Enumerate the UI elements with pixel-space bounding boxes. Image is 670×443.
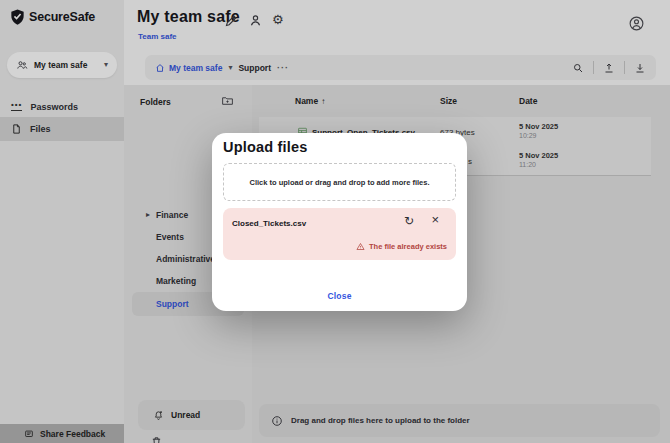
dialog-title: Upload files [223, 139, 308, 155]
upload-filename: Closed_Tickets.csv [232, 219, 306, 228]
securesafe-app: My team safe ⚙ Team safe My team safe ▾ … [0, 0, 670, 443]
close-x-icon: × [431, 212, 439, 227]
warning-icon [356, 242, 365, 251]
remove-upload-button[interactable]: × [431, 213, 439, 226]
upload-dropzone[interactable]: Click to upload or drag and drop to add … [223, 163, 456, 201]
upload-error-message: The file already exists [356, 242, 447, 251]
retry-icon: ↻ [404, 214, 414, 228]
upload-files-dialog: Upload files Click to upload or drag and… [212, 133, 467, 311]
dropzone-text: Click to upload or drag and drop to add … [249, 178, 429, 187]
retry-upload-button[interactable]: ↻ [404, 215, 414, 227]
upload-error-card: Closed_Tickets.csv ↻ × The file already … [223, 208, 456, 260]
dialog-close-button[interactable]: Close [212, 291, 467, 301]
